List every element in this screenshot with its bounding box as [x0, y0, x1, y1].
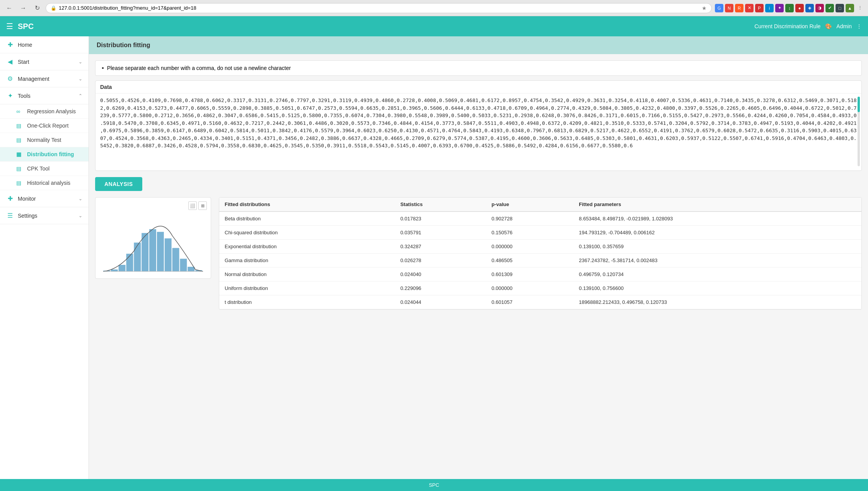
extension-icon-6[interactable]: i	[765, 4, 774, 12]
start-chevron-icon: ⌄	[78, 59, 82, 65]
extension-icon-12[interactable]: ✔	[825, 4, 834, 12]
content-area: Distribution fitting ▪ Please separate e…	[89, 36, 868, 479]
instruction-box: ▪ Please separate each number with a com…	[95, 60, 862, 76]
data-scrollbar-thumb	[858, 97, 860, 112]
chart-icon-btn-1[interactable]: ⬜	[188, 201, 197, 210]
bookmark-icon[interactable]: ★	[702, 5, 707, 11]
cell-parameters-0: 8.653484, 8.498719, -0.021989, 1.028093	[573, 211, 861, 226]
sidebar-item-regression[interactable]: ∞ Regression Analysis	[0, 104, 89, 119]
settings-icon: ☰	[6, 212, 14, 219]
sidebar-item-normality[interactable]: ▤ Normality Test	[0, 133, 89, 147]
col-header-statistics: Statistics	[395, 198, 486, 211]
lock-icon: 🔒	[51, 5, 56, 11]
data-section: Data 0.5055,0.4526,0.4109,0.7698,0.4788,…	[95, 80, 862, 171]
svg-rect-8	[165, 239, 172, 271]
refresh-button[interactable]: ↻	[32, 3, 43, 14]
sidebar-item-settings[interactable]: ☰ Settings ⌄	[0, 207, 89, 224]
cell-parameters-4: 0.496759, 0.120734	[573, 268, 861, 281]
extension-icon-13[interactable]: □	[836, 4, 844, 12]
discrimination-rule-label: Current Discrimination Rule	[754, 23, 820, 29]
cell-distribution-2: Exponential distribution	[219, 240, 395, 254]
extension-icon-3[interactable]: R	[735, 4, 744, 12]
data-textarea-wrapper: 0.5055,0.4526,0.4109,0.7698,0.4788,0.606…	[95, 94, 861, 170]
extension-icon-9[interactable]: ●	[795, 4, 804, 12]
sidebar-item-start[interactable]: ◀ Start ⌄	[0, 53, 89, 70]
table-body: Beta distribution 0.017823 0.902728 8.65…	[219, 211, 861, 309]
extension-menu[interactable]: ⋮	[856, 4, 864, 12]
svg-text:0.5: 0.5	[151, 273, 156, 273]
svg-text:0.6: 0.6	[174, 273, 179, 273]
chart-icon-btn-2[interactable]: ⊞	[198, 201, 207, 210]
palette-icon[interactable]: 🎨	[825, 23, 832, 29]
dist-fitting-icon: ▦	[16, 151, 23, 157]
extension-icon-4[interactable]: ✕	[745, 4, 754, 12]
sidebar-item-monitor[interactable]: ✚ Monitor ⌄	[0, 190, 89, 207]
user-menu-icon[interactable]: ⋮	[856, 23, 862, 29]
back-button[interactable]: ←	[4, 3, 15, 14]
cell-pvalue-3: 0.486505	[486, 254, 573, 268]
extension-icon-14[interactable]: ▲	[846, 4, 854, 12]
extension-icon-1[interactable]: G	[715, 4, 723, 12]
table-row: Normal distribution 0.024040 0.601309 0.…	[219, 268, 861, 281]
cell-statistics-1: 0.035791	[395, 226, 486, 240]
regression-icon: ∞	[16, 108, 23, 114]
menu-hamburger-icon[interactable]: ☰	[6, 22, 13, 31]
sidebar-label-cpk: CPK Tool	[27, 165, 49, 172]
cell-distribution-6: t distribution	[219, 295, 395, 309]
table-row: t distribution 0.024044 0.601057 1896888…	[219, 295, 861, 309]
data-textarea[interactable]: 0.5055,0.4526,0.4109,0.7698,0.4788,0.606…	[100, 97, 857, 166]
data-scrollbar[interactable]	[858, 97, 860, 166]
sidebar-item-management[interactable]: ⚙ Management ⌄	[0, 70, 89, 87]
app-header: ☰ SPC Current Discrimination Rule 🎨 Admi…	[0, 16, 868, 36]
monitor-icon: ✚	[6, 195, 14, 202]
table-header: Fitted distributions Statistics p-value …	[219, 198, 861, 211]
sidebar-item-cpk[interactable]: ▤ CPK Tool	[0, 162, 89, 176]
cell-distribution-0: Beta distribution	[219, 211, 395, 226]
sidebar-item-home[interactable]: ✚ Home	[0, 36, 89, 53]
svg-text:0.3: 0.3	[105, 273, 110, 273]
tools-chevron-icon: ⌃	[78, 93, 82, 99]
one-click-icon: ▤	[16, 123, 23, 129]
tools-icon: ✦	[6, 92, 14, 99]
sidebar-label-regression: Regression Analysis	[27, 108, 76, 114]
cell-distribution-3: Gamma distribution	[219, 254, 395, 268]
content-inner: ▪ Please separate each number with a com…	[89, 54, 868, 316]
histogram-chart: 0.3 0.4 0.5 0.6 0.8	[99, 211, 207, 273]
sidebar-item-one-click[interactable]: ▤ One-Click Report	[0, 119, 89, 133]
monitor-chevron-icon: ⌄	[78, 196, 82, 201]
svg-rect-6	[149, 229, 156, 271]
sidebar-label-historical: Historical analysis	[27, 180, 70, 186]
extension-icon-2[interactable]: N	[725, 4, 733, 12]
sidebar-label-normality: Normality Test	[27, 137, 61, 143]
table-row: Exponential distribution 0.324287 0.0000…	[219, 240, 861, 254]
extension-icon-11[interactable]: ◑	[815, 4, 824, 12]
cell-statistics-0: 0.017823	[395, 211, 486, 226]
user-label: Admin	[836, 23, 852, 29]
extension-icon-8[interactable]: ↕	[785, 4, 794, 12]
table-row: Uniform distribution 0.229096 0.000000 0…	[219, 281, 861, 295]
extension-icon-5[interactable]: P	[755, 4, 764, 12]
cell-distribution-4: Normal distribution	[219, 268, 395, 281]
forward-button[interactable]: →	[18, 3, 29, 14]
chart-toolbar: ⬜ ⊞	[99, 201, 207, 210]
normality-icon: ▤	[16, 137, 23, 143]
footer-label: SPC	[429, 482, 439, 488]
svg-rect-11	[188, 267, 194, 271]
table-row: Chi-squared distribution 0.035791 0.1505…	[219, 226, 861, 240]
sidebar-label-management: Management	[18, 76, 75, 82]
svg-rect-10	[180, 259, 187, 271]
sidebar-item-dist-fitting[interactable]: ▦ Distribution fitting	[0, 147, 89, 162]
cell-distribution-1: Chi-squared distribution	[219, 226, 395, 240]
sidebar-item-historical[interactable]: ▤ Historical analysis	[0, 176, 89, 190]
extension-icon-7[interactable]: ✦	[775, 4, 784, 12]
analysis-button[interactable]: ANALYSIS	[95, 177, 142, 191]
sidebar-item-tools[interactable]: ✦ Tools ⌃	[0, 87, 89, 104]
chart-box: ⬜ ⊞	[95, 197, 211, 279]
cell-parameters-6: 18968882.212433, 0.496758, 0.120733	[573, 295, 861, 309]
extension-icon-10[interactable]: ◈	[805, 4, 814, 12]
svg-text:0.4: 0.4	[128, 273, 133, 273]
url-input[interactable]	[59, 5, 699, 11]
cell-statistics-2: 0.324287	[395, 240, 486, 254]
start-icon: ◀	[6, 58, 14, 65]
sidebar-label-settings: Settings	[18, 213, 75, 219]
